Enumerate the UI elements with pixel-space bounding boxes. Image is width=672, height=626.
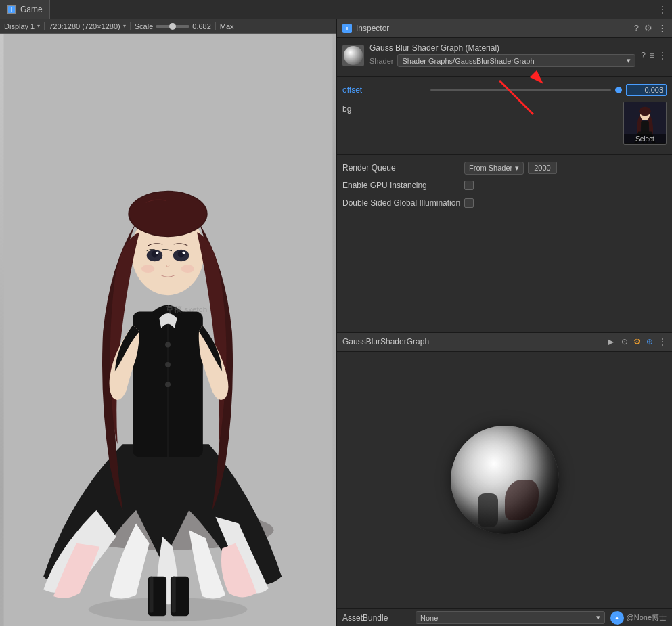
inspector-more-icon[interactable]: ⋮ [658, 23, 667, 33]
material-settings-icon[interactable]: ≡ [650, 51, 654, 60]
scale-thumb [169, 23, 176, 30]
render-queue-value: From Shader [469, 164, 512, 172]
asset-bundle-label: AssetBundle [342, 613, 410, 623]
offset-label: offset [342, 85, 430, 95]
offset-dot[interactable] [615, 87, 622, 93]
render-queue-arrow: ▾ [515, 164, 519, 173]
svg-rect-23 [172, 577, 176, 613]
shader-icon1[interactable]: ⊙ [621, 337, 628, 346]
shader-label: Shader [369, 57, 393, 65]
sphere-hair-detail [505, 480, 539, 520]
offset-slider-area [430, 84, 667, 96]
top-bar: Game ⋮ [0, 0, 672, 19]
svg-point-7 [165, 342, 171, 348]
asset-bundle-row: AssetBundle None ▾ ♦ @None博士 [337, 608, 672, 626]
material-info: Gauss Blur Shader Graph (Material) Shade… [369, 43, 635, 67]
double-sided-checkbox[interactable] [464, 198, 474, 208]
properties-section: offset bg [337, 77, 672, 155]
svg-point-28 [639, 107, 650, 116]
svg-point-9 [165, 382, 171, 387]
game-toolbar: Display 1 ▾ 720:1280 (720×1280) ▾ Scale … [0, 19, 336, 34]
render-queue-dropdown[interactable]: From Shader ▾ [464, 162, 524, 175]
asset-bundle-value: None [420, 614, 438, 622]
bg-label: bg [342, 102, 430, 114]
material-section: Gauss Blur Shader Graph (Material) Shade… [337, 38, 672, 77]
character-background: 草稿 sketch [0, 34, 336, 626]
display-dropdown[interactable]: Display 1 ▾ [4, 22, 40, 30]
inspector-icon: i [342, 24, 352, 33]
svg-point-17 [183, 252, 185, 254]
render-section: Render Queue From Shader ▾ 2000 Enable G… [337, 155, 672, 219]
svg-text:草稿 sketch: 草稿 sketch [166, 305, 207, 313]
svg-point-25 [129, 192, 206, 236]
inspector-title: Inspector [356, 24, 630, 33]
material-help-icon[interactable]: ? [641, 51, 646, 60]
shader-graph-title: GaussBlurShaderGraph [342, 337, 601, 346]
sphere-figure-detail [478, 493, 498, 527]
shader-dropdown[interactable]: Shader Graphs/GaussBlurShaderGraph ▾ [397, 54, 635, 67]
shader-icon2[interactable]: ⚙ [633, 337, 641, 346]
svg-point-18 [141, 265, 155, 273]
asset-right-area: ♦ @None博士 [610, 611, 667, 625]
offset-slider-track[interactable] [430, 89, 611, 91]
shader-dropdown-arrow: ▾ [627, 56, 631, 65]
asset-bundle-arrow: ▾ [596, 613, 600, 622]
material-more-icon[interactable]: ⋮ [658, 51, 667, 60]
asset-bundle-icon[interactable]: ♦ [610, 611, 624, 625]
select-label[interactable]: Select [624, 134, 666, 144]
offset-value-input[interactable] [626, 84, 667, 96]
shader-value: Shader Graphs/GaussBlurShaderGraph [402, 57, 534, 65]
inspector-help-icon[interactable]: ? [634, 23, 639, 33]
double-sided-row: Double Sided Global Illumination [342, 196, 667, 210]
preview-sphere [451, 426, 559, 534]
play-icon[interactable]: ▶ [605, 336, 616, 347]
double-sided-label: Double Sided Global Illumination [342, 198, 464, 208]
gpu-instancing-label: Enable GPU Instancing [342, 181, 464, 190]
inspector-settings-icon[interactable]: ⚙ [644, 23, 652, 33]
game-panel: Display 1 ▾ 720:1280 (720×1280) ▾ Scale … [0, 19, 336, 626]
gpu-instancing-row: Enable GPU Instancing [342, 178, 667, 193]
resolution-dropdown[interactable]: 720:1280 (720×1280) ▾ [44, 22, 126, 30]
asset-bundle-dropdown[interactable]: None ▾ [416, 611, 605, 624]
asset-bundle-right-text: @None博士 [627, 612, 667, 623]
texture-thumbnail[interactable]: Select [623, 102, 667, 145]
resolution-label: 720:1280 (720×1280) [49, 22, 120, 30]
game-tab-label: Game [20, 5, 43, 14]
bg-property-row: bg [342, 99, 667, 148]
svg-rect-22 [150, 577, 154, 613]
shader-graph-content [337, 352, 672, 609]
inspector-header: i Inspector ? ⚙ ⋮ [337, 19, 672, 38]
svg-point-19 [181, 265, 195, 273]
character-illustration: 草稿 sketch [0, 34, 336, 626]
inspector-spacer [337, 219, 672, 332]
material-sphere [344, 46, 363, 65]
render-queue-label: Render Queue [342, 163, 464, 173]
render-queue-row: Render Queue From Shader ▾ 2000 [342, 160, 667, 175]
inspector-content: Gauss Blur Shader Graph (Material) Shade… [337, 38, 672, 332]
shader-graph-icons: ▶ ⊙ ⚙ ⊕ ⋮ [605, 336, 667, 347]
inspector-panel: i Inspector ? ⚙ ⋮ Gauss Blur Shader Grap… [336, 19, 672, 626]
tab-dots-icon[interactable]: ⋮ [653, 5, 672, 14]
shader-graph-section: GaussBlurShaderGraph ▶ ⊙ ⚙ ⊕ ⋮ AssetBu [337, 332, 672, 627]
game-tab[interactable]: Game [0, 0, 50, 19]
gpu-instancing-checkbox[interactable] [464, 181, 474, 190]
scale-control: Scale 0.682 [130, 22, 211, 30]
material-preview-icon [342, 45, 364, 66]
svg-point-16 [156, 252, 158, 254]
scale-value: 0.682 [192, 22, 211, 30]
svg-rect-2 [12, 7, 12, 12]
material-shader-row: Shader Shader Graphs/GaussBlurShaderGrap… [369, 54, 635, 67]
scale-label: Scale [135, 22, 154, 30]
shader-icon3[interactable]: ⊕ [646, 337, 653, 346]
resolution-arrow-icon: ▾ [123, 23, 126, 29]
game-icon [7, 5, 16, 14]
inspector-header-icons: ? ⚙ ⋮ [634, 23, 667, 33]
shader-more-icon[interactable]: ⋮ [658, 337, 667, 346]
game-canvas: 草稿 sketch [0, 34, 336, 626]
scale-slider[interactable] [156, 25, 189, 28]
render-queue-number: 2000 [528, 162, 556, 174]
display-label: Display 1 [4, 22, 35, 30]
max-button[interactable]: Max [215, 22, 234, 30]
material-header: Gauss Blur Shader Graph (Material) Shade… [342, 43, 667, 67]
svg-point-8 [165, 362, 171, 367]
